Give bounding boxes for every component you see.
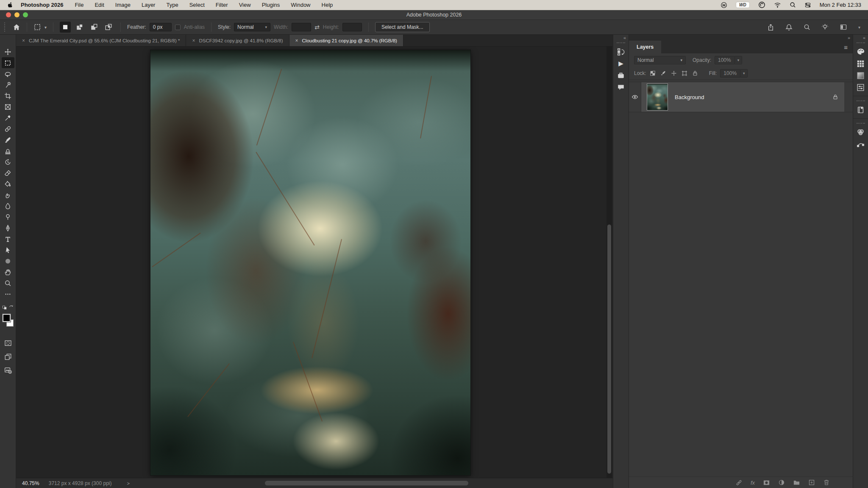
opacity-chevron-icon[interactable]: ▾ bbox=[735, 56, 742, 64]
spotlight-search-icon[interactable] bbox=[790, 2, 796, 8]
channels-panel-icon[interactable] bbox=[855, 126, 867, 138]
crop-tool[interactable] bbox=[2, 90, 14, 101]
close-window-button[interactable] bbox=[6, 12, 11, 17]
dodge-tool[interactable] bbox=[2, 211, 14, 222]
delete-layer-trash-icon[interactable] bbox=[823, 479, 830, 486]
expand-panel-dock-icon[interactable]: » bbox=[848, 35, 850, 40]
panel-menu-icon[interactable]: ≡ bbox=[844, 41, 853, 53]
select-and-mask-button[interactable]: Select and Mask... bbox=[375, 22, 430, 32]
menu-app-name[interactable]: Photoshop 2026 bbox=[21, 2, 63, 8]
screen-mode-button[interactable] bbox=[2, 351, 14, 362]
subtract-from-selection-mode-button[interactable] bbox=[89, 22, 100, 33]
collapse-dock-icon[interactable]: « bbox=[623, 35, 626, 40]
menu-image[interactable]: Image bbox=[110, 2, 136, 8]
brush-tool[interactable] bbox=[2, 134, 14, 145]
layers-panel-tab[interactable]: Layers bbox=[629, 41, 661, 53]
dock-drag-handle[interactable] bbox=[857, 123, 865, 124]
menu-help[interactable]: Help bbox=[316, 2, 339, 8]
add-to-selection-mode-button[interactable] bbox=[74, 22, 85, 33]
document-tab-1[interactable]: × CJM The Emerald City.psd @ 55.6% (CJM … bbox=[16, 35, 186, 46]
new-selection-mode-button[interactable] bbox=[60, 22, 71, 33]
discover-lightbulb-icon[interactable] bbox=[821, 24, 829, 31]
swatches-panel-icon[interactable] bbox=[855, 58, 867, 69]
swap-dimensions-icon[interactable]: ⇄ bbox=[314, 24, 320, 30]
close-tab-icon[interactable]: × bbox=[192, 38, 195, 44]
layer-thumbnail[interactable] bbox=[647, 83, 668, 111]
vertical-scrollbar-thumb[interactable] bbox=[607, 225, 611, 474]
paths-panel-icon[interactable] bbox=[855, 138, 867, 150]
lock-paint-icon[interactable] bbox=[660, 70, 666, 76]
add-layer-mask-icon[interactable] bbox=[763, 479, 770, 486]
document-tab-2[interactable]: × DSCF3942 copy.jpg @ 41.8% (RGB/8) bbox=[186, 35, 289, 46]
tool-preset-marquee-icon[interactable] bbox=[33, 23, 41, 31]
collapse-dock-icon[interactable]: « bbox=[863, 35, 865, 40]
minimize-window-button[interactable] bbox=[14, 12, 19, 17]
notifications-bell-icon[interactable] bbox=[785, 24, 793, 31]
close-tab-icon[interactable]: × bbox=[22, 38, 25, 44]
workspace-chevron-icon[interactable]: ▾ bbox=[858, 25, 860, 30]
wifi-icon[interactable] bbox=[774, 2, 781, 8]
zoom-level-field[interactable]: 40.75% bbox=[16, 480, 45, 486]
menu-bar-clock[interactable]: Mon 2 Feb 12:33 bbox=[820, 2, 861, 8]
clone-stamp-tool[interactable] bbox=[2, 145, 14, 156]
dock-drag-handle[interactable] bbox=[857, 100, 865, 101]
layer-visibility-eye-icon[interactable] bbox=[629, 82, 641, 112]
gradients-panel-icon[interactable] bbox=[855, 69, 867, 81]
fill-chevron-icon[interactable]: ▾ bbox=[740, 69, 748, 78]
menu-filter[interactable]: Filter bbox=[210, 2, 234, 8]
creative-cloud-icon[interactable] bbox=[758, 1, 765, 8]
home-button[interactable] bbox=[13, 23, 20, 31]
menu-type[interactable]: Type bbox=[161, 2, 184, 8]
actions-panel-icon[interactable]: ▶ bbox=[615, 58, 627, 69]
zoom-tool[interactable] bbox=[2, 277, 14, 288]
intersect-selection-mode-button[interactable] bbox=[103, 22, 114, 33]
new-layer-icon[interactable] bbox=[808, 479, 815, 486]
rectangular-marquee-tool[interactable] bbox=[2, 57, 14, 68]
blur-tool[interactable] bbox=[2, 200, 14, 211]
options-drag-handle[interactable] bbox=[4, 22, 7, 32]
control-center-icon[interactable] bbox=[804, 2, 811, 8]
height-input[interactable] bbox=[342, 23, 362, 31]
link-layers-icon[interactable] bbox=[735, 479, 743, 486]
lock-all-icon[interactable] bbox=[692, 70, 698, 76]
generative-image-button[interactable] bbox=[2, 365, 14, 376]
eyedropper-tool[interactable] bbox=[2, 112, 14, 123]
dock-drag-handle[interactable] bbox=[617, 42, 625, 43]
open-document-image[interactable] bbox=[150, 50, 470, 475]
comments-panel-icon[interactable] bbox=[615, 81, 627, 93]
apple-menu-icon[interactable] bbox=[7, 2, 13, 8]
close-tab-icon[interactable]: × bbox=[295, 38, 298, 44]
quick-selection-tool[interactable] bbox=[2, 79, 14, 90]
menu-window[interactable]: Window bbox=[285, 2, 316, 8]
ellipse-shape-tool[interactable] bbox=[2, 255, 14, 266]
libraries-panel-icon[interactable] bbox=[855, 104, 867, 116]
search-icon[interactable] bbox=[804, 24, 810, 30]
workspace-switcher-icon[interactable] bbox=[840, 24, 847, 30]
smudge-tool[interactable] bbox=[2, 189, 14, 200]
menu-file[interactable]: File bbox=[69, 2, 89, 8]
menu-select[interactable]: Select bbox=[184, 2, 210, 8]
swap-colors-icon[interactable] bbox=[2, 303, 14, 311]
eraser-tool[interactable] bbox=[2, 167, 14, 178]
lock-transparency-icon[interactable] bbox=[650, 70, 656, 76]
share-icon[interactable] bbox=[767, 24, 774, 31]
gradient-tool[interactable] bbox=[2, 178, 14, 189]
lock-position-icon[interactable] bbox=[671, 70, 677, 76]
lasso-tool[interactable] bbox=[2, 68, 14, 79]
horizontal-scrollbar-thumb[interactable] bbox=[265, 481, 468, 485]
foreground-color-swatch[interactable] bbox=[3, 314, 11, 322]
spot-healing-brush-tool[interactable] bbox=[2, 123, 14, 134]
menu-edit[interactable]: Edit bbox=[89, 2, 109, 8]
layer-row-background[interactable]: Background bbox=[629, 82, 853, 112]
width-input[interactable] bbox=[292, 23, 311, 31]
pen-tool[interactable] bbox=[2, 222, 14, 233]
status-chevron-icon[interactable]: > bbox=[127, 481, 129, 486]
circled-w-status-icon[interactable] bbox=[721, 2, 727, 8]
anti-alias-checkbox[interactable] bbox=[175, 25, 181, 30]
new-group-folder-icon[interactable] bbox=[793, 479, 800, 486]
path-selection-tool[interactable] bbox=[2, 244, 14, 255]
feather-input[interactable]: 0 px bbox=[150, 23, 172, 31]
menu-plugins[interactable]: Plugins bbox=[256, 2, 286, 8]
zoom-window-button[interactable] bbox=[23, 12, 28, 17]
history-panel-icon[interactable] bbox=[615, 46, 627, 58]
